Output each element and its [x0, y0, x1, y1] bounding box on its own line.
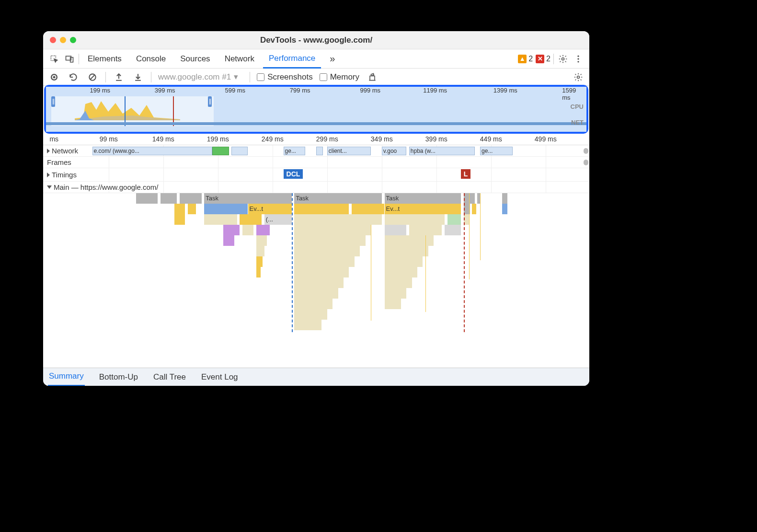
cpu-chart [75, 99, 180, 120]
network-request[interactable]: hpba (w... [409, 147, 475, 155]
screenshots-checkbox[interactable]: Screenshots [257, 72, 313, 82]
record-icon[interactable] [48, 71, 60, 83]
capture-settings-icon[interactable] [572, 71, 585, 83]
network-request[interactable]: ge... [284, 147, 306, 155]
tab-elements[interactable]: Elements [82, 50, 127, 68]
load-badge[interactable]: L [461, 169, 470, 179]
tab-network[interactable]: Network [219, 50, 260, 68]
panel-tabs: Elements Console Sources Network Perform… [43, 49, 589, 69]
device-toolbar-icon[interactable] [63, 53, 76, 65]
tab-bottom-up[interactable]: Bottom-Up [98, 369, 139, 386]
network-request[interactable]: client... [327, 147, 371, 155]
tab-event-log[interactable]: Event Log [200, 369, 239, 386]
network-request[interactable] [316, 147, 323, 155]
frames-track[interactable]: Frames [43, 157, 589, 168]
disclosure-icon[interactable] [47, 173, 50, 177]
track-scroll-thumb[interactable] [584, 160, 588, 165]
network-request[interactable] [231, 147, 248, 155]
warnings-badge[interactable]: ▲ 2 [518, 55, 533, 63]
network-request[interactable]: ge... [480, 147, 513, 155]
more-tabs-icon[interactable]: » [324, 49, 341, 68]
kebab-icon[interactable] [572, 53, 585, 65]
svg-point-8 [53, 76, 56, 78]
upload-icon[interactable] [113, 71, 125, 83]
titlebar[interactable]: DevTools - www.google.com/ [43, 31, 589, 49]
svg-point-5 [577, 58, 579, 59]
selection-handle-right[interactable] [208, 96, 212, 107]
tab-sources[interactable]: Sources [174, 50, 216, 68]
detail-ruler[interactable]: ms 99 ms 149 ms 199 ms 249 ms 299 ms 349… [43, 134, 589, 145]
dcl-badge[interactable]: DCL [284, 169, 303, 179]
overview-ruler: 199 ms 399 ms 599 ms 799 ms 999 ms 1199 … [46, 87, 586, 96]
network-track[interactable]: Network e.com/ (www.go...ge...client...v… [43, 145, 589, 157]
chevron-down-icon: ▾ [234, 72, 238, 82]
track-scroll-thumb[interactable] [584, 148, 588, 154]
memory-checkbox[interactable]: Memory [320, 72, 359, 82]
details-tabs: Summary Bottom-Up Call Tree Event Log [43, 368, 589, 386]
main-track-header[interactable]: Main — https://www.google.com/ [43, 182, 589, 193]
perf-toolbar: www.google.com #1 ▾ Screenshots Memory [43, 69, 589, 86]
load-marker [173, 96, 174, 126]
error-icon: ✕ [536, 55, 544, 63]
reload-icon[interactable] [67, 71, 80, 83]
gear-icon[interactable] [557, 53, 569, 65]
tracks-area: Network e.com/ (www.go...ge...client...v… [43, 145, 589, 332]
dcl-marker [125, 96, 126, 126]
flame-chart[interactable]: Task Task Task Ev...t Ev...t [43, 193, 589, 332]
devtools-window: DevTools - www.google.com/ Elements Cons… [43, 31, 589, 386]
window-title: DevTools - www.google.com/ [43, 35, 589, 45]
network-request[interactable]: e.com/ (www.go... [92, 147, 213, 155]
selection-handle-left[interactable] [51, 96, 55, 107]
tab-performance[interactable]: Performance [263, 50, 321, 69]
timings-track[interactable]: Timings DCL L [43, 168, 589, 182]
net-overview [46, 122, 586, 125]
svg-point-6 [577, 61, 579, 62]
svg-point-10 [577, 76, 580, 78]
download-icon[interactable] [132, 71, 144, 83]
overview-highlight: 199 ms 399 ms 599 ms 799 ms 999 ms 1199 … [44, 85, 588, 134]
disclosure-open-icon[interactable] [47, 185, 52, 189]
cpu-label: CPU [571, 103, 584, 110]
svg-point-3 [562, 58, 564, 60]
overview-chart[interactable]: CPU NET [46, 96, 586, 126]
tab-console[interactable]: Console [130, 50, 172, 68]
recording-dropdown[interactable]: www.google.com #1 ▾ [158, 72, 243, 82]
tab-summary[interactable]: Summary [48, 368, 85, 386]
collect-garbage-icon[interactable] [366, 71, 378, 83]
network-request[interactable]: v.goo [382, 147, 406, 155]
inspect-icon[interactable] [48, 53, 60, 65]
disclosure-icon[interactable] [47, 149, 50, 153]
errors-badge[interactable]: ✕ 2 [536, 55, 551, 63]
net-label: NET [571, 119, 584, 126]
clear-icon[interactable] [86, 71, 99, 83]
warning-icon: ▲ [518, 55, 527, 63]
timeline-overview[interactable]: 199 ms 399 ms 599 ms 799 ms 999 ms 1199 … [46, 87, 586, 132]
svg-point-4 [577, 55, 579, 57]
tab-call-tree[interactable]: Call Tree [152, 369, 187, 386]
network-request[interactable] [212, 147, 229, 155]
